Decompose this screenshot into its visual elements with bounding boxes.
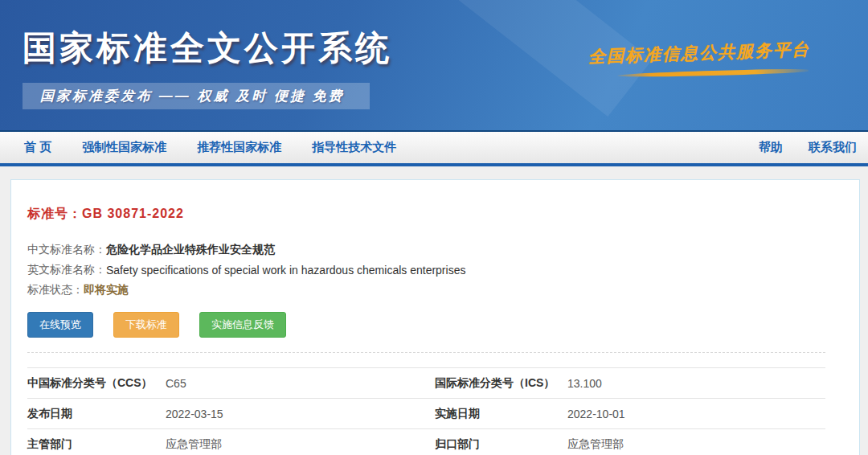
- nav-left-group: 首 页 强制性国家标准 推荐性国家标准 指导性技术文件: [0, 140, 396, 155]
- centralized-dept-value: 应急管理部: [567, 437, 825, 452]
- field-label: 标准状态：: [27, 283, 84, 297]
- ics-label: 国际标准分类号（ICS）: [435, 376, 567, 391]
- field-value-chinese-name: 危险化学品企业特殊作业安全规范: [106, 243, 275, 257]
- hero-banner: 国家标准全文公开系统 国家标准委发布 —— 权威 及时 便捷 免费 全国标准信息…: [0, 0, 868, 130]
- standard-info-fields: 中文标准名称： 危险化学品企业特殊作业安全规范 英文标准名称： Safety s…: [27, 240, 843, 300]
- main-nav: 首 页 强制性国家标准 推荐性国家标准 指导性技术文件 帮助 联系我们: [0, 130, 868, 164]
- implementation-feedback-button[interactable]: 实施信息反馈: [199, 312, 286, 338]
- site-title: 国家标准全文公开系统: [23, 26, 392, 71]
- centralized-dept-label: 归口部门: [435, 437, 567, 452]
- nav-item-mandatory-standards[interactable]: 强制性国家标准: [82, 140, 166, 155]
- standard-number: 标准号：GB 30871-2022: [27, 206, 843, 223]
- slogan-underline-decoration: [617, 68, 809, 78]
- nav-item-contact-us[interactable]: 联系我们: [809, 140, 857, 155]
- implement-date-value: 2022-10-01: [567, 408, 825, 420]
- hero-streak-decoration: [831, 0, 868, 130]
- ccs-value: C65: [166, 377, 435, 390]
- table-row: 中国标准分类号（CCS） C65 国际标准分类号（ICS） 13.100: [27, 367, 825, 398]
- field-standard-status: 标准状态： 即将实施: [27, 280, 843, 300]
- nav-item-guiding-documents[interactable]: 指导性技术文件: [312, 140, 396, 155]
- status-badge: 即将实施: [84, 283, 129, 297]
- field-label: 英文标准名称：: [27, 263, 106, 277]
- publish-date-label: 发布日期: [27, 407, 166, 421]
- standard-number-label: 标准号：: [27, 207, 82, 220]
- ics-value: 13.100: [567, 377, 825, 390]
- table-row: 主管部门 应急管理部 归口部门 应急管理部: [27, 428, 825, 455]
- field-value-english-name: Safety specifications of special work in…: [106, 264, 465, 277]
- standard-meta-table: 中国标准分类号（CCS） C65 国际标准分类号（ICS） 13.100 发布日…: [27, 367, 825, 455]
- supervising-dept-value: 应急管理部: [166, 437, 435, 452]
- site-subtitle: 国家标准委发布 —— 权威 及时 便捷 免费: [40, 87, 345, 105]
- nav-item-recommended-standards[interactable]: 推荐性国家标准: [197, 140, 281, 155]
- page: 国家标准全文公开系统 国家标准委发布 —— 权威 及时 便捷 免费 全国标准信息…: [0, 0, 868, 455]
- implement-date-label: 实施日期: [435, 407, 567, 421]
- field-chinese-name: 中文标准名称： 危险化学品企业特殊作业安全规范: [27, 240, 843, 260]
- ccs-label: 中国标准分类号（CCS）: [27, 376, 166, 391]
- field-label: 中文标准名称：: [27, 243, 106, 257]
- standard-detail-card: 标准号：GB 30871-2022 中文标准名称： 危险化学品企业特殊作业安全规…: [10, 179, 860, 455]
- nav-item-home[interactable]: 首 页: [24, 140, 51, 155]
- dashed-divider: [27, 352, 825, 353]
- table-row: 发布日期 2022-03-15 实施日期 2022-10-01: [27, 398, 825, 428]
- field-english-name: 英文标准名称： Safety specifications of special…: [27, 260, 843, 280]
- nav-item-help[interactable]: 帮助: [759, 140, 783, 155]
- action-buttons: 在线预览 下载标准 实施信息反馈: [27, 312, 843, 338]
- site-subtitle-band: 国家标准委发布 —— 权威 及时 便捷 免费: [23, 83, 370, 109]
- supervising-dept-label: 主管部门: [27, 437, 166, 452]
- standard-number-value: GB 30871-2022: [82, 207, 184, 220]
- download-standard-button[interactable]: 下载标准: [113, 312, 179, 338]
- publish-date-value: 2022-03-15: [166, 408, 435, 420]
- platform-slogan: 全国标准信息公共服务平台: [588, 38, 811, 68]
- online-preview-button[interactable]: 在线预览: [27, 312, 93, 338]
- nav-right-group: 帮助 联系我们: [759, 140, 868, 155]
